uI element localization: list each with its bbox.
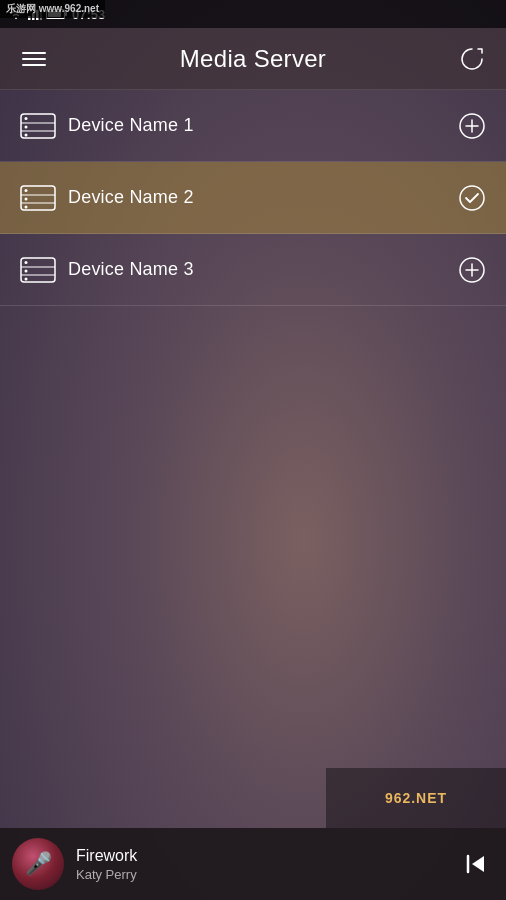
add-icon-3 bbox=[458, 256, 486, 284]
device-icon-1 bbox=[16, 104, 60, 148]
svg-point-22 bbox=[25, 189, 28, 192]
toolbar: Media Server bbox=[0, 28, 506, 90]
svg-point-24 bbox=[25, 205, 28, 208]
svg-marker-35 bbox=[472, 856, 484, 872]
device-name-2: Device Name 2 bbox=[60, 187, 454, 208]
server-icon-1 bbox=[20, 113, 56, 139]
player-controls bbox=[458, 846, 494, 882]
top-watermark: 乐游网 www.962.net bbox=[0, 0, 105, 18]
album-art: 🎤 bbox=[12, 838, 64, 890]
server-icon-3 bbox=[20, 257, 56, 283]
track-title: Firework bbox=[76, 847, 446, 865]
menu-button[interactable] bbox=[16, 41, 52, 77]
svg-point-25 bbox=[460, 186, 484, 210]
device-item-2[interactable]: Device Name 2 bbox=[0, 162, 506, 234]
device-item-3[interactable]: Device Name 3 bbox=[0, 234, 506, 306]
track-info: Firework Katy Perry bbox=[76, 847, 446, 882]
device-icon-3 bbox=[16, 248, 60, 292]
svg-point-14 bbox=[25, 125, 28, 128]
track-artist: Katy Perry bbox=[76, 867, 446, 882]
svg-point-23 bbox=[25, 197, 28, 200]
device-name-3: Device Name 3 bbox=[60, 259, 454, 280]
svg-point-29 bbox=[25, 261, 28, 264]
refresh-button[interactable] bbox=[454, 41, 490, 77]
svg-point-31 bbox=[25, 277, 28, 280]
watermark-overlay: 962.NET bbox=[326, 768, 506, 828]
svg-point-30 bbox=[25, 269, 28, 272]
menu-icon bbox=[21, 49, 47, 69]
status-bar: 乐游网 www.962.net 07:53 bbox=[0, 0, 506, 28]
album-art-image: 🎤 bbox=[12, 838, 64, 890]
check-icon-2 bbox=[458, 184, 486, 212]
device-item-1[interactable]: Device Name 1 bbox=[0, 90, 506, 162]
add-icon-1 bbox=[458, 112, 486, 140]
device-check-2[interactable] bbox=[454, 180, 490, 216]
page-title: Media Server bbox=[180, 45, 326, 73]
device-add-3[interactable] bbox=[454, 252, 490, 288]
device-add-1[interactable] bbox=[454, 108, 490, 144]
svg-point-15 bbox=[25, 133, 28, 136]
device-name-1: Device Name 1 bbox=[60, 115, 454, 136]
prev-icon bbox=[462, 850, 490, 878]
prev-button[interactable] bbox=[458, 846, 494, 882]
device-list: Device Name 1 Device Name 2 bbox=[0, 90, 506, 306]
refresh-icon bbox=[458, 45, 486, 73]
device-icon-2 bbox=[16, 176, 60, 220]
svg-point-13 bbox=[25, 117, 28, 120]
server-icon-2 bbox=[20, 185, 56, 211]
now-playing-bar[interactable]: 🎤 Firework Katy Perry bbox=[0, 828, 506, 900]
